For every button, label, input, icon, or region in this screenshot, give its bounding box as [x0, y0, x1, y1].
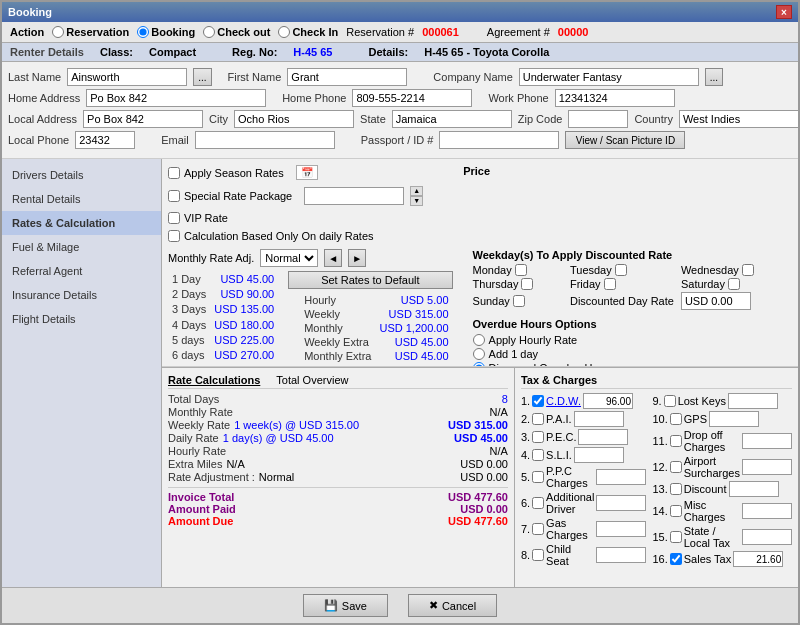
special-rate-down[interactable]: ▼: [410, 196, 423, 206]
booking-radio-item[interactable]: Booking: [137, 26, 195, 38]
tax-amount-discount[interactable]: [729, 481, 779, 497]
tax-checkbox-misc[interactable]: [670, 505, 682, 517]
save-icon: 💾: [324, 599, 338, 612]
tax-amount-lostkeys[interactable]: [728, 393, 778, 409]
saturday-checkbox[interactable]: [728, 278, 740, 290]
reservation-radio-item[interactable]: Reservation: [52, 26, 129, 38]
booking-radio[interactable]: [137, 26, 149, 38]
save-button[interactable]: 💾 Save: [303, 594, 388, 617]
tax-checkbox-pai[interactable]: [532, 413, 544, 425]
calc-daily-checkbox[interactable]: [168, 230, 180, 242]
tax-amount-pec[interactable]: [578, 429, 628, 445]
email-input[interactable]: [195, 131, 335, 149]
tax-amount-dropoff[interactable]: [742, 433, 792, 449]
tuesday-checkbox[interactable]: [615, 264, 627, 276]
local-address-input[interactable]: [83, 110, 203, 128]
tax-amount-childseat[interactable]: [596, 547, 646, 563]
tax-checkbox-gps[interactable]: [670, 413, 682, 425]
apply-season-checkbox[interactable]: [168, 167, 180, 179]
special-rate-up[interactable]: ▲: [410, 186, 423, 196]
nav-rental[interactable]: Rental Details: [2, 187, 161, 211]
close-button[interactable]: ×: [776, 5, 792, 19]
tax-checkbox-discount[interactable]: [670, 483, 682, 495]
tax-checkbox-lostkeys[interactable]: [664, 395, 676, 407]
reservation-radio[interactable]: [52, 26, 64, 38]
nav-flight[interactable]: Flight Details: [2, 307, 161, 331]
tab-rate-calc[interactable]: Rate Calculations: [168, 374, 260, 386]
sunday-checkbox[interactable]: [513, 295, 525, 307]
tax-amount-airport[interactable]: [742, 459, 792, 475]
passport-input[interactable]: [439, 131, 559, 149]
first-name-input[interactable]: [287, 68, 407, 86]
tax-checkbox-salestax[interactable]: [670, 553, 682, 565]
tax-checkbox-childseat[interactable]: [532, 549, 544, 561]
special-rate-input[interactable]: [304, 187, 404, 205]
tax-amount-cdw[interactable]: [583, 393, 633, 409]
tax-label-pec: P.E.C.: [546, 431, 576, 443]
tax-amount-salestax[interactable]: [733, 551, 783, 567]
view-scan-btn[interactable]: View / Scan Picture ID: [565, 131, 685, 149]
company-input[interactable]: [519, 68, 699, 86]
tax-checkbox-dropoff[interactable]: [670, 435, 682, 447]
discount-rate-input[interactable]: [681, 292, 751, 310]
tax-checkbox-airport[interactable]: [670, 461, 682, 473]
monthly-adj-right[interactable]: ►: [348, 249, 366, 267]
tax-checkbox-cdw[interactable]: [532, 395, 544, 407]
special-rate-checkbox[interactable]: [168, 190, 180, 202]
extra-miles-desc: N/A: [226, 458, 460, 470]
last-name-input[interactable]: [67, 68, 187, 86]
company-btn[interactable]: ...: [705, 68, 723, 86]
tax-checkbox-ppc[interactable]: [532, 471, 544, 483]
zip-input[interactable]: [568, 110, 628, 128]
friday-checkbox[interactable]: [604, 278, 616, 290]
nav-drivers[interactable]: Drivers Details: [2, 163, 161, 187]
monthly-adj-select[interactable]: Normal: [260, 249, 318, 267]
nav-referral[interactable]: Referral Agent: [2, 259, 161, 283]
tax-amount-misc[interactable]: [742, 503, 792, 519]
country-input[interactable]: [679, 110, 799, 128]
tax-checkbox-gas[interactable]: [532, 523, 544, 535]
work-phone-input[interactable]: [555, 89, 675, 107]
vip-rate-checkbox[interactable]: [168, 212, 180, 224]
wednesday-checkbox[interactable]: [742, 264, 754, 276]
tax-amount-gps[interactable]: [709, 411, 759, 427]
monday-checkbox[interactable]: [515, 264, 527, 276]
monthly-adj-left[interactable]: ◄: [324, 249, 342, 267]
tax-amount-gas[interactable]: [596, 521, 646, 537]
class-value: Compact: [149, 46, 196, 58]
nav-rates[interactable]: Rates & Calculation: [2, 211, 161, 235]
tax-amount-adddriver[interactable]: [596, 495, 646, 511]
tax-amount-pai[interactable]: [574, 411, 624, 427]
state-input[interactable]: [392, 110, 512, 128]
tax-checkbox-sli[interactable]: [532, 449, 544, 461]
tax-amount-ppc[interactable]: [596, 469, 646, 485]
nav-fuel[interactable]: Fuel & Milage: [2, 235, 161, 259]
checkin-radio-item[interactable]: Check In: [278, 26, 338, 38]
local-phone-input[interactable]: [75, 131, 135, 149]
tax-checkbox-statetax[interactable]: [670, 531, 682, 543]
checkin-radio[interactable]: [278, 26, 290, 38]
thursday-checkbox[interactable]: [521, 278, 533, 290]
checkout-radio[interactable]: [203, 26, 215, 38]
set-rates-btn[interactable]: Set Rates to Default: [288, 271, 452, 289]
tax-checkbox-adddriver[interactable]: [532, 497, 544, 509]
rate-amount-4: USD 225.00: [210, 332, 278, 347]
overdue-day-radio[interactable]: [473, 348, 485, 360]
home-phone-label: Home Phone: [282, 92, 346, 104]
tab-total-overview[interactable]: Total Overview: [276, 374, 348, 386]
checkout-label: Check out: [217, 26, 270, 38]
checkout-radio-item[interactable]: Check out: [203, 26, 270, 38]
tax-checkbox-pec[interactable]: [532, 431, 544, 443]
nav-insurance[interactable]: Insurance Details: [2, 283, 161, 307]
apply-season-picker[interactable]: 📅: [296, 165, 318, 180]
tax-amount-sli[interactable]: [574, 447, 624, 463]
rate-amount-5: USD 270.00: [210, 348, 278, 363]
city-input[interactable]: [234, 110, 354, 128]
overdue-hourly-radio[interactable]: [473, 334, 485, 346]
home-address-input[interactable]: [86, 89, 266, 107]
tax-amount-statetax[interactable]: [742, 529, 792, 545]
type-row-hourly: Hourly USD 5.00: [288, 293, 452, 307]
home-phone-input[interactable]: [352, 89, 472, 107]
cancel-button[interactable]: ✖ Cancel: [408, 594, 497, 617]
last-name-btn[interactable]: ...: [193, 68, 211, 86]
